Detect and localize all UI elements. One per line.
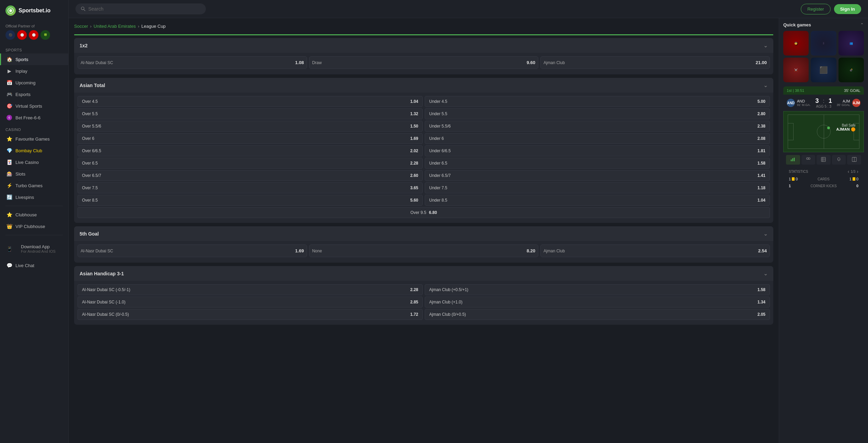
team2-cards: 1 0 (849, 177, 858, 181)
stats-tab-table[interactable] (817, 155, 831, 165)
game-mines[interactable]: 💣 (838, 58, 864, 82)
handicap-home-2[interactable]: Al-Nasr Dubai SC (-1.0) 2.85 (78, 297, 423, 308)
bet-5th-none[interactable]: None 8.20 (309, 244, 539, 257)
bet-home[interactable]: Al-Nasr Dubai SC 1.08 (78, 56, 307, 69)
section-1x2-header[interactable]: 1x2 ⌄ (74, 38, 773, 53)
sidebar-item-slots[interactable]: 🎰 Slots (0, 168, 68, 180)
game-crew[interactable]: 👥 (838, 31, 864, 56)
green-line (74, 34, 773, 35)
stats-tab-teams[interactable] (801, 155, 816, 165)
register-button[interactable]: Register (801, 4, 830, 14)
bet-away[interactable]: Ajman Club 21.00 (540, 56, 770, 69)
asian-over-4[interactable]: Over 6 1.69 (78, 133, 423, 144)
asian-over-7[interactable]: Over 6.5/7 2.60 (78, 170, 423, 181)
asian-over-2[interactable]: Over 5.5 1.32 (78, 108, 423, 119)
asian-under-3[interactable]: Under 5.5/6 2.38 (425, 121, 770, 132)
search-input[interactable] (88, 6, 200, 12)
main-content: Register Sign In Soccer › United Arab Em… (69, 0, 868, 443)
handicap-home-3[interactable]: Al-Nasr Dubai SC (0/-0.5) 1.72 (78, 309, 423, 320)
sidebar-item-bombay[interactable]: 💎 Bombay Club (0, 145, 68, 156)
partner-2: ⚪ (17, 30, 27, 40)
sidebar-item-betfree[interactable]: 6 Bet Free-6-6 (0, 112, 68, 123)
sidebar-item-favourite[interactable]: ⭐ Favourite Games (0, 133, 68, 145)
handicap-home-1[interactable]: Al-Nasr Dubai SC (-0.5/-1) 2.28 (78, 284, 423, 295)
bet-5th-home[interactable]: Al-Nasr Dubai SC 1.69 (78, 244, 307, 257)
stats-section: STATISTICS ‹ 1/3 › 1 (783, 152, 864, 192)
asian-over-9[interactable]: Over 8.5 5.60 (78, 195, 423, 206)
asian-under-7[interactable]: Under 6.5/7 1.41 (425, 170, 770, 181)
stats-next-button[interactable]: › (857, 169, 858, 174)
stats-tab-bell[interactable] (832, 155, 846, 165)
game-cubes[interactable]: ⬛ (811, 58, 836, 82)
vip-icon: 👑 (7, 224, 12, 229)
asian-under-5[interactable]: Under 6/6.5 1.81 (425, 145, 770, 156)
partners-section: Official Partner of ⚫ ⚪ ⚪ 🍀 (0, 21, 68, 43)
sidebar-item-vip[interactable]: 👑 VIP Clubhouse (0, 220, 68, 232)
bet-5th-away[interactable]: Ajman Club 2.54 (540, 244, 770, 257)
sidebar-item-esports[interactable]: 🎮 Esports (0, 88, 68, 100)
section-1x2: 1x2 ⌄ Al-Nasr Dubai SC 1.08 Draw 9.60 (74, 38, 773, 74)
asian-under-6[interactable]: Under 6.5 1.58 (425, 158, 770, 169)
casino-label: Casino (0, 123, 68, 133)
download-label: Download App (21, 244, 56, 249)
sidebar-item-inplay[interactable]: ▶ Inplay (0, 65, 68, 77)
search-bar[interactable] (75, 3, 206, 14)
livespins-icon: 🔄 (7, 194, 12, 200)
signin-button[interactable]: Sign In (834, 4, 861, 14)
breadcrumb-league: League Cup (141, 24, 166, 29)
score-section: 3 : 1 AGG 5 : 3 (813, 97, 835, 108)
sidebar-item-livechat[interactable]: 💬 Live Chat (0, 260, 68, 271)
asian-over-10[interactable]: Over 9.5 6.80 (78, 207, 770, 218)
turbo-icon: ⚡ (7, 183, 12, 188)
asian-over-5[interactable]: Over 6/6.5 2.02 (78, 145, 423, 156)
sidebar-item-download[interactable]: 📱 Download App For Android And IOS (0, 238, 68, 260)
section-asian-total-header[interactable]: Asian Total ⌄ (74, 78, 773, 93)
asian-over-1[interactable]: Over 4.5 1.04 (78, 96, 423, 107)
match-header-bar: 1st | 38:51 35' GOAL (783, 86, 864, 95)
bet-draw[interactable]: Draw 9.60 (309, 56, 539, 69)
svg-line-3 (84, 10, 85, 11)
asian-over-6[interactable]: Over 6.5 2.28 (78, 158, 423, 169)
section-5th-goal-content: Al-Nasr Dubai SC 1.69 None 8.20 Ajman Cl… (74, 241, 773, 263)
game-gladiator[interactable]: ⚔️ (783, 58, 809, 82)
handicap-away-2[interactable]: Ajman Club (+1.0) 1.34 (425, 297, 770, 308)
sidebar-item-virtual[interactable]: 🎯 Virtual Sports (0, 100, 68, 112)
breadcrumb-soccer[interactable]: Soccer (74, 24, 88, 29)
team1-cards: 1 0 (789, 177, 798, 181)
asian-under-1[interactable]: Under 4.5 5.00 (425, 96, 770, 107)
sidebar-virtual-label: Virtual Sports (15, 104, 42, 109)
content-area: Soccer › United Arab Emirates › League C… (69, 18, 868, 443)
stats-tab-lineup[interactable] (847, 155, 861, 165)
handicap-away-1[interactable]: Ajman Club (+0.5/+1) 1.58 (425, 284, 770, 295)
yellow-card-icon (792, 177, 795, 181)
stats-prev-button[interactable]: ‹ (848, 169, 849, 174)
sidebar-item-livespins[interactable]: 🔄 Livespins (0, 191, 68, 203)
team1-sub: 91' M.GA. (797, 103, 811, 107)
left-goal-area (788, 123, 794, 140)
section-5th-goal-header[interactable]: 5th Goal ⌄ (74, 226, 773, 241)
asian-under-4[interactable]: Under 6 2.08 (425, 133, 770, 144)
sidebar-item-sports[interactable]: 🏠 Sports (0, 53, 68, 65)
right-panel: Quick games ⌃ 🤠 𓂀 (779, 18, 868, 443)
stats-tab-bar[interactable] (786, 155, 800, 165)
asian-under-9[interactable]: Under 8.5 1.04 (425, 195, 770, 206)
game-wanted[interactable]: 🤠 (783, 31, 809, 56)
asian-over-8[interactable]: Over 7.5 3.65 (78, 182, 423, 193)
match-teams-score: AND AND 91' M.GA. 3 : 1 (783, 95, 864, 111)
section-asian-handicap-header[interactable]: Asian Handicap 3-1 ⌄ (74, 266, 773, 281)
sidebar-item-upcoming[interactable]: 📅 Upcoming (0, 77, 68, 88)
game-anubis[interactable]: 𓂀 (811, 31, 836, 56)
asian-under-8[interactable]: Under 7.5 1.18 (425, 182, 770, 193)
sidebar-item-livecasino[interactable]: 🃏 Live Casino (0, 156, 68, 168)
logo-container[interactable]: Sportsbet.io (0, 5, 68, 21)
yellow-card-2-icon (853, 177, 855, 181)
breadcrumb-uae[interactable]: United Arab Emirates (94, 24, 136, 29)
handicap-away-3[interactable]: Ajman Club (0/+0.5) 2.05 (425, 309, 770, 320)
lineup-icon (852, 157, 857, 162)
sidebar-item-turbo[interactable]: ⚡ Turbo Games (0, 180, 68, 191)
breadcrumb-sep-2: › (138, 24, 139, 29)
sidebar-item-clubhouse[interactable]: ⭐ Clubhouse (0, 209, 68, 220)
betfree-icon: 6 (7, 115, 12, 120)
asian-under-2[interactable]: Under 5.5 2.80 (425, 108, 770, 119)
asian-over-3[interactable]: Over 5.5/6 1.50 (78, 121, 423, 132)
